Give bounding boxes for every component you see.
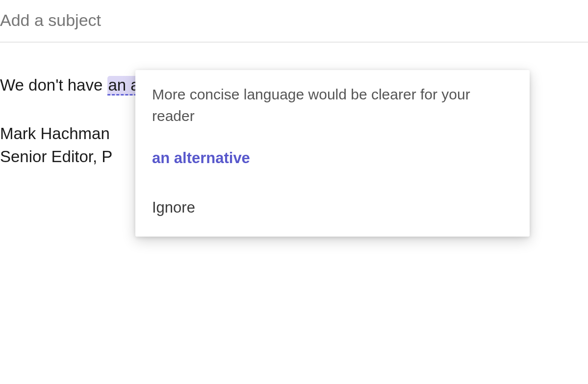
- suggestion-replacement-option[interactable]: an alternative: [152, 144, 513, 173]
- suggestion-description: More concise language would be clearer f…: [152, 84, 513, 126]
- email-body[interactable]: We don't have an alternative choice if t…: [0, 43, 588, 168]
- subject-input[interactable]: [0, 0, 588, 42]
- body-text-before: We don't have: [0, 76, 107, 94]
- suggestion-ignore-button[interactable]: Ignore: [152, 193, 513, 222]
- grammar-suggestion-popup: More concise language would be clearer f…: [135, 70, 530, 237]
